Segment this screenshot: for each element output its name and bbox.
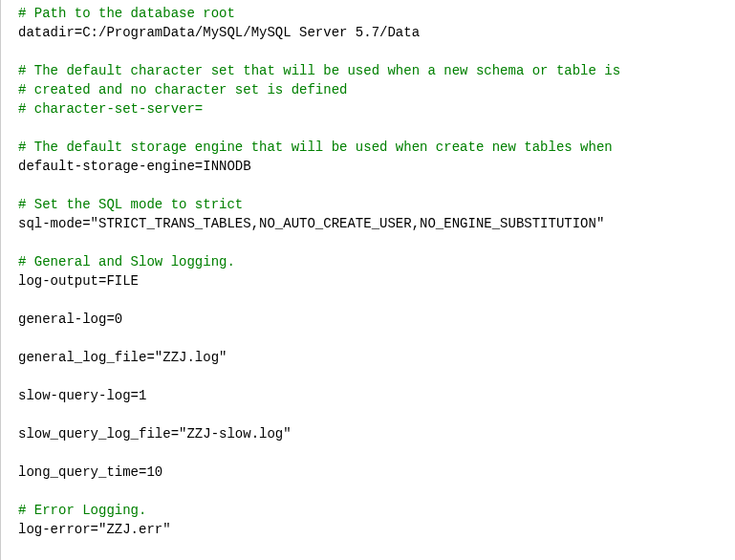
config-line: long_query_time=10 [18, 463, 718, 482]
blank-line [18, 482, 718, 501]
comment-line: # character-set-server= [18, 99, 718, 118]
blank-line [18, 405, 718, 424]
config-line: general-log=0 [18, 310, 718, 329]
comment-line: # The default character set that will be… [18, 61, 718, 80]
comment-line: # Set the SQL mode to strict [18, 195, 718, 214]
blank-line [18, 118, 718, 138]
config-line: log-error="ZZJ.err" [18, 520, 718, 539]
blank-line [18, 42, 718, 61]
blank-line [18, 367, 718, 386]
comment-line: # Path to the database root [18, 4, 718, 23]
config-line: slow-query-log=1 [18, 386, 718, 405]
blank-line [18, 176, 718, 195]
blank-line [18, 443, 718, 463]
blank-line [18, 233, 718, 252]
config-line: default-storage-engine=INNODB [18, 157, 718, 176]
blank-line [18, 291, 718, 310]
config-line: log-output=FILE [18, 271, 718, 291]
comment-line: # The default storage engine that will b… [18, 138, 718, 157]
config-line: slow_query_log_file="ZZJ-slow.log" [18, 424, 718, 443]
comment-line: # Error Logging. [18, 501, 718, 520]
config-line: datadir=C:/ProgramData/MySQL/MySQL Serve… [18, 23, 718, 42]
comment-line: # General and Slow logging. [18, 252, 718, 271]
config-line: general_log_file="ZZJ.log" [18, 348, 718, 367]
config-file-view: # Path to the database rootdatadir=C:/Pr… [18, 4, 718, 539]
config-line: sql-mode="STRICT_TRANS_TABLES,NO_AUTO_CR… [18, 214, 718, 233]
blank-line [18, 329, 718, 348]
comment-line: # created and no character set is define… [18, 80, 718, 99]
